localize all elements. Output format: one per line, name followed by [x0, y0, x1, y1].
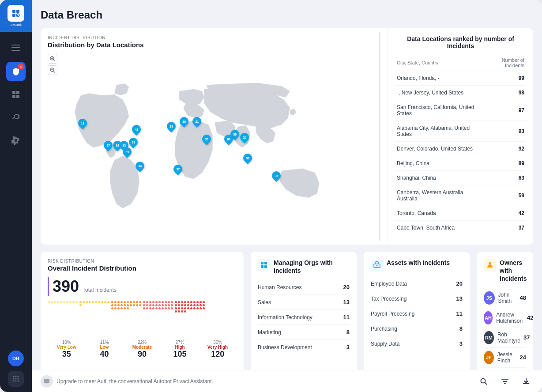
risk-dot: [117, 307, 120, 309]
assets-header: Assets with Incidents: [371, 259, 463, 271]
zoom-out-button[interactable]: [48, 65, 57, 75]
risk-dot: [193, 304, 196, 306]
map-controls: [48, 54, 365, 75]
asset-name: Employee Data: [371, 281, 407, 287]
table-row: Denver, Colorado, United States 92: [395, 142, 526, 156]
risk-dot: [152, 307, 154, 309]
svg-point-8: [13, 376, 15, 377]
asset-name: Payroll Processing: [371, 311, 414, 317]
risk-dot: [95, 301, 97, 303]
table-row: Alabama City, Alabama, United States 93: [395, 121, 526, 142]
risk-count: 35: [48, 350, 86, 359]
main-content: Data Breach Incident Distribution Distri…: [32, 0, 542, 392]
user-avatar[interactable]: DB: [8, 351, 24, 366]
risk-dot: [127, 301, 129, 303]
risk-dot: [114, 301, 117, 303]
map-pins: 184218282197929398993034378926635936: [48, 79, 365, 237]
risk-dot: [139, 304, 141, 306]
risk-dot: [175, 301, 177, 303]
sidebar: securiti 4: [0, 0, 32, 392]
logo-area: securiti: [0, 0, 32, 32]
risk-dot: [203, 304, 205, 306]
risk-percent: 11%: [86, 340, 124, 345]
map-pin: 18: [165, 120, 177, 132]
risk-dot: [184, 304, 186, 306]
search-button[interactable]: [477, 374, 491, 388]
sidebar-item-settings[interactable]: [6, 131, 26, 150]
table-row: Cape Town, South Africa 37: [395, 221, 526, 235]
assets-list: Employee Data 20 Tax Processing 13 Payro…: [371, 276, 463, 351]
list-item: Tax Processing 13: [371, 291, 463, 306]
risk-dot: [162, 307, 164, 309]
risk-label-moderate: 22% Moderate 90: [123, 340, 161, 359]
shield-badge: 4: [18, 64, 24, 70]
org-name: Sales: [258, 299, 271, 305]
asset-count: 13: [456, 295, 463, 302]
risk-percent: 27%: [161, 340, 199, 345]
filter-button[interactable]: [498, 374, 512, 388]
avatar: JF: [484, 351, 494, 364]
risk-dot: [171, 307, 173, 309]
risk-dot: [178, 307, 180, 309]
risk-dot: [152, 301, 154, 303]
sidebar-item-dashboard[interactable]: [6, 85, 26, 104]
svg-rect-0: [12, 10, 15, 13]
risk-dot: [181, 301, 183, 303]
risk-label-very-high: 30% Very High 120: [199, 340, 237, 359]
location-name: Beijing, China: [395, 156, 482, 171]
svg-point-15: [15, 381, 17, 382]
risk-dot: [158, 301, 161, 303]
sidebar-item-tools[interactable]: [6, 108, 26, 127]
risk-dot: [165, 304, 167, 306]
risk-dot: [143, 304, 145, 306]
risk-dot: [178, 310, 180, 313]
bottom-bar: Upgrade to meet Auti, the conversational…: [32, 370, 542, 392]
org-count: 8: [346, 329, 350, 335]
risk-dot: [124, 307, 126, 309]
risk-dot: [155, 304, 158, 306]
svg-point-10: [18, 376, 19, 377]
risk-dot: [127, 304, 129, 306]
asset-count: 11: [456, 310, 463, 317]
export-button[interactable]: [519, 374, 533, 388]
risk-level-label: Very High: [199, 345, 237, 350]
table-row: San Francisco, California, United States…: [395, 100, 526, 121]
location-name: Canberra, Western Australia, Australia: [395, 185, 482, 206]
list-item: Supply Data 3: [371, 336, 463, 351]
owner-info: JS John Smith: [484, 291, 520, 305]
risk-dot: [162, 304, 164, 306]
risk-dot: [72, 301, 75, 303]
risk-dot: [63, 301, 65, 303]
risk-dot: [48, 301, 50, 303]
risk-dot: [199, 307, 202, 309]
zoom-in-button[interactable]: [48, 54, 57, 64]
map-pin: 18: [76, 117, 89, 129]
org-name: Marketing: [258, 329, 281, 335]
sidebar-item-shield[interactable]: 4: [6, 62, 26, 81]
table-row: Orlando, Florida, - 99: [395, 71, 526, 86]
owner-info: JF Jessie Finch: [484, 351, 520, 364]
risk-percent: 30%: [199, 340, 237, 345]
risk-count: 90: [123, 350, 161, 359]
location-count: 59: [482, 185, 526, 206]
svg-point-13: [18, 378, 19, 380]
menu-toggle[interactable]: [7, 39, 25, 57]
svg-rect-20: [264, 262, 267, 264]
owner-row: AH Andrew Hutchinson 42: [484, 308, 526, 328]
risk-dot: [92, 301, 94, 303]
risk-dot: [187, 307, 189, 309]
risk-dot: [178, 304, 180, 306]
owner-row: JS John Smith 48: [484, 288, 526, 308]
locations-table: City, State, Country Number of Incidents…: [395, 55, 526, 235]
risk-dot: [79, 301, 82, 303]
risk-level-label: Very Low: [48, 345, 86, 350]
apps-button[interactable]: [8, 371, 24, 387]
risk-labels: 10% Very Low 35 11% Low 40 22% Moderate …: [48, 340, 237, 359]
risk-dot: [117, 304, 120, 306]
risk-dot: [83, 301, 85, 303]
owner-name: Jessie Finch: [497, 351, 520, 364]
svg-rect-6: [12, 95, 15, 98]
risk-dot: [136, 304, 138, 306]
owner-count: 42: [527, 314, 533, 321]
risk-dot: [184, 310, 186, 313]
